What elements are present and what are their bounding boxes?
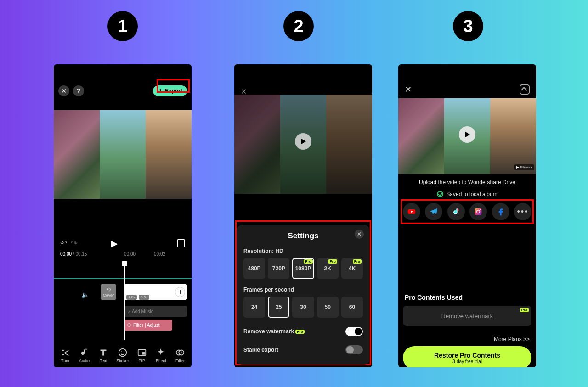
filter-track[interactable]: Filter | Adjust bbox=[124, 320, 172, 331]
resolution-4k[interactable]: Pro4K bbox=[341, 258, 363, 279]
instagram-button[interactable] bbox=[469, 203, 487, 220]
cover-button[interactable]: ⟲ Cover bbox=[101, 284, 116, 300]
pro-badge: Pro bbox=[328, 259, 337, 264]
svg-rect-5 bbox=[142, 352, 145, 355]
pro-contents-label: Pro Contents Used bbox=[405, 294, 463, 301]
telegram-button[interactable] bbox=[425, 203, 442, 220]
svg-point-0 bbox=[128, 324, 131, 327]
tiktok-icon bbox=[452, 207, 461, 216]
fullscreen-button[interactable] bbox=[177, 239, 185, 247]
play-button[interactable] bbox=[295, 133, 311, 150]
fps-50[interactable]: 50 bbox=[317, 297, 339, 318]
time-display: 00:00 / 00:15 bbox=[60, 252, 87, 257]
music-icon bbox=[79, 348, 90, 358]
restore-pro-button[interactable]: Restore Pro Contents 3-day free trial bbox=[403, 346, 531, 367]
play-button[interactable]: ▶ bbox=[111, 238, 118, 249]
svg-rect-9 bbox=[475, 208, 482, 215]
pro-badge: Pro bbox=[304, 259, 312, 264]
add-music-track[interactable]: ♪ Add Music bbox=[124, 306, 187, 317]
tiktok-button[interactable] bbox=[447, 203, 465, 220]
pro-badge: Pro bbox=[295, 330, 304, 334]
timeline-ruler: 00:0000:02 bbox=[124, 252, 165, 257]
toolbar: Trim Audio Text Sticker PIP Effect Filte… bbox=[54, 343, 192, 367]
add-clip-button[interactable]: + bbox=[175, 287, 185, 297]
playhead[interactable] bbox=[124, 262, 125, 340]
play-button[interactable] bbox=[459, 126, 475, 143]
clip-badges: 1.0x 3.0s bbox=[126, 295, 149, 300]
sticker-tool[interactable]: Sticker bbox=[113, 348, 132, 363]
video-preview[interactable] bbox=[54, 110, 192, 199]
phone-share: ✕ ▶Filmora Upload the video to Wondersha… bbox=[398, 64, 536, 367]
stable-export-toggle[interactable] bbox=[345, 345, 363, 354]
pro-badge: Pro bbox=[520, 308, 529, 312]
svg-point-11 bbox=[480, 209, 481, 210]
redo-button[interactable]: ↷ bbox=[71, 238, 78, 248]
social-share-row: ••• bbox=[398, 203, 536, 220]
more-plans-link[interactable]: More Plans >> bbox=[494, 336, 530, 342]
fps-24[interactable]: 24 bbox=[243, 297, 265, 318]
speaker-icon[interactable]: 🔈 bbox=[81, 291, 89, 298]
export-settings-sheet: Settings ✕ Resolution: HD 480P 720P Pro1… bbox=[237, 225, 369, 365]
close-button[interactable]: ✕ bbox=[405, 84, 412, 95]
scissors-icon bbox=[60, 348, 70, 358]
svg-point-2 bbox=[121, 351, 122, 352]
sticker-icon bbox=[118, 348, 128, 358]
circles-icon bbox=[175, 348, 185, 358]
stable-export-row: Stable export bbox=[243, 345, 363, 354]
resolution-label: Resolution: HD bbox=[243, 248, 363, 254]
upload-icon bbox=[158, 88, 163, 94]
remove-watermark-row: Remove watermark Pro bbox=[243, 327, 363, 336]
watermark-badge: ▶Filmora bbox=[514, 164, 534, 170]
pro-badge: Pro bbox=[353, 259, 362, 264]
filter-tool[interactable]: Filter bbox=[171, 348, 189, 363]
upload-drive-text[interactable]: Upload the video to Wondershare Drive bbox=[398, 179, 536, 185]
settings-title: Settings bbox=[243, 231, 363, 241]
sparkle-icon bbox=[156, 348, 166, 358]
close-sheet-button[interactable]: ✕ bbox=[355, 230, 364, 239]
export-button[interactable]: Export bbox=[153, 85, 187, 96]
fps-label: Frames per second bbox=[243, 286, 363, 293]
music-note-icon: ♪ bbox=[128, 309, 130, 314]
resolution-480p[interactable]: 480P bbox=[243, 258, 265, 279]
instagram-icon bbox=[474, 207, 483, 216]
fps-25[interactable]: 25 bbox=[268, 297, 289, 318]
fps-options: 24 25 30 50 60 bbox=[243, 297, 363, 318]
fps-60[interactable]: 60 bbox=[341, 297, 363, 318]
effect-tool[interactable]: Effect bbox=[152, 348, 170, 363]
text-tool[interactable]: Text bbox=[94, 348, 113, 363]
trim-tool[interactable]: Trim bbox=[56, 348, 74, 363]
remove-watermark-item[interactable]: Remove watermark Pro bbox=[403, 306, 531, 326]
phone-editor: ✕ ? Export ↶ ↷ ▶ 00:00 / 00:15 00:0000:0… bbox=[54, 64, 192, 367]
resolution-1080p[interactable]: Pro1080P bbox=[292, 258, 314, 279]
step-badge-3: 3 bbox=[453, 11, 483, 41]
svg-point-1 bbox=[119, 349, 127, 357]
youtube-button[interactable] bbox=[403, 203, 420, 220]
step-badge-2: 2 bbox=[283, 11, 314, 41]
audio-tool[interactable]: Audio bbox=[75, 348, 94, 363]
timeline[interactable]: 🔈 ⟲ Cover + 1.0x 3.0s ♪ Add Music Filter… bbox=[54, 262, 192, 340]
check-icon bbox=[437, 191, 443, 197]
home-button[interactable] bbox=[520, 84, 530, 95]
remove-watermark-toggle[interactable] bbox=[345, 327, 363, 336]
more-share-button[interactable]: ••• bbox=[514, 203, 531, 220]
undo-button[interactable]: ↶ bbox=[60, 238, 67, 248]
resolution-options: 480P 720P Pro1080P Pro2K Pro4K bbox=[243, 258, 363, 279]
pip-icon bbox=[137, 348, 147, 358]
saved-status: Saved to local album bbox=[398, 191, 536, 197]
help-button[interactable]: ? bbox=[73, 85, 84, 96]
filter-icon bbox=[127, 323, 131, 327]
telegram-icon bbox=[429, 207, 438, 216]
resolution-2k[interactable]: Pro2K bbox=[317, 258, 339, 279]
facebook-button[interactable] bbox=[492, 203, 509, 220]
resolution-720p[interactable]: 720P bbox=[268, 258, 289, 279]
phone-settings: ✕ Settings ✕ Resolution: HD 480P 720P Pr… bbox=[234, 64, 372, 367]
step-badge-1: 1 bbox=[107, 11, 138, 41]
svg-point-3 bbox=[124, 351, 124, 352]
youtube-icon bbox=[407, 207, 416, 216]
pip-tool[interactable]: PIP bbox=[133, 348, 151, 363]
more-icon: ••• bbox=[517, 207, 529, 217]
text-icon bbox=[98, 348, 108, 358]
fps-30[interactable]: 30 bbox=[292, 297, 314, 318]
facebook-icon bbox=[496, 207, 505, 216]
close-button[interactable]: ✕ bbox=[58, 85, 69, 96]
